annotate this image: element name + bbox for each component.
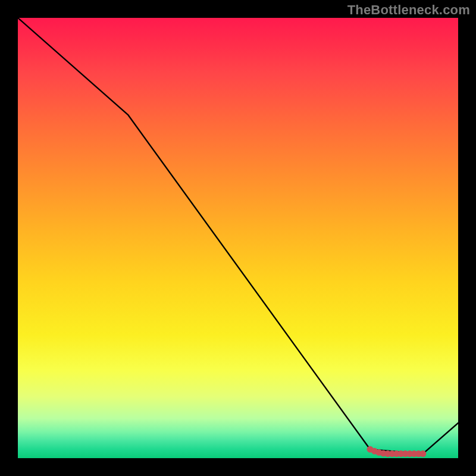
chart-frame: TheBottleneck.com bbox=[0, 0, 476, 476]
bottleneck-curve bbox=[18, 18, 458, 454]
watermark-text: TheBottleneck.com bbox=[347, 2, 470, 18]
chart-plot-area bbox=[18, 18, 458, 458]
optimal-range-markers bbox=[367, 446, 427, 457]
optimal-point bbox=[419, 450, 426, 457]
chart-svg bbox=[18, 18, 458, 458]
